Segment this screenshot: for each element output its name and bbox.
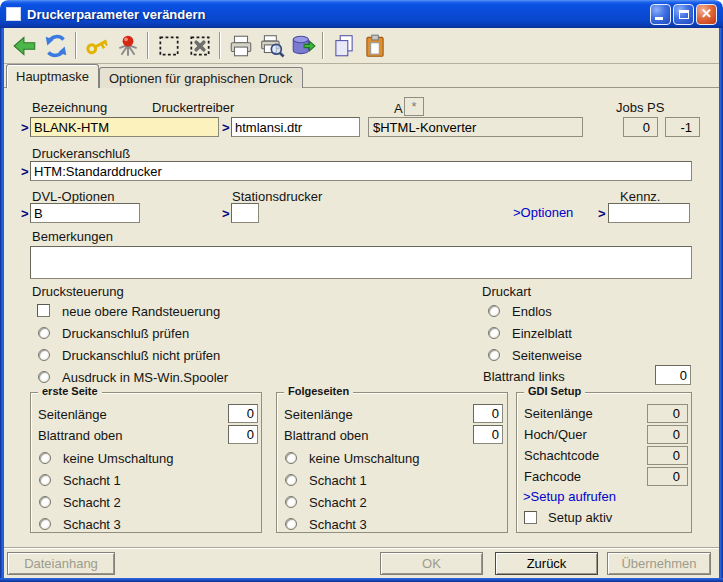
endlos-radio[interactable] xyxy=(488,305,500,317)
tab-label: Hauptmaske xyxy=(16,69,89,84)
druckart-title: Druckart xyxy=(482,284,531,299)
folgeseiten-seitenlaenge-label: Seitenlänge xyxy=(284,407,353,422)
tab-hauptmaske[interactable]: Hauptmaske xyxy=(6,64,99,88)
gdi-hoch-quer-field: 0 xyxy=(647,425,688,444)
clear-selection-icon[interactable] xyxy=(184,31,215,61)
field-prefix: > xyxy=(21,164,29,179)
folgeseiten-schacht-2-label: Schacht 2 xyxy=(309,495,367,510)
folgeseiten-keine-umschaltung-radio[interactable] xyxy=(285,452,297,464)
gdi-hoch-quer-label: Hoch/Quer xyxy=(524,427,587,442)
setup-aktiv-checkbox[interactable] xyxy=(524,511,537,524)
blattrand-links-input[interactable] xyxy=(655,365,691,385)
folgeseiten-schacht-3-label: Schacht 3 xyxy=(309,517,367,532)
field-prefix: > xyxy=(21,120,29,135)
bezeichnung-label: Bezeichnung xyxy=(32,100,107,115)
erste-seite-schacht-3-radio[interactable] xyxy=(39,518,51,530)
selection-icon[interactable] xyxy=(153,31,184,61)
erste-seite-schacht-3-label: Schacht 3 xyxy=(63,517,121,532)
field-prefix: > xyxy=(21,206,29,221)
konverter-field: $HTML-Konverter xyxy=(368,117,583,137)
close-button[interactable]: ✕ xyxy=(696,4,717,25)
druckanschluss-nicht-pruefen-label: Druckanschluß nicht prüfen xyxy=(62,348,220,363)
copy-icon[interactable] xyxy=(328,31,359,61)
folgeseiten-blattrand-oben-input[interactable] xyxy=(473,425,503,444)
folgeseiten-schacht-3-radio[interactable] xyxy=(285,518,297,530)
erste-seite-blattrand-oben-label: Blattrand oben xyxy=(38,428,123,443)
druckanschluss-pruefen-radio[interactable] xyxy=(38,327,50,339)
optionen-link[interactable]: >Optionen xyxy=(513,205,573,220)
jobs-field: 0 xyxy=(623,117,658,137)
druckeranschluss-input[interactable] xyxy=(30,161,692,181)
erste-seite-schacht-1-radio[interactable] xyxy=(39,474,51,486)
kennz-input[interactable] xyxy=(608,203,690,223)
field-prefix: > xyxy=(222,120,230,135)
paste-icon[interactable] xyxy=(359,31,390,61)
tab-optionen-graphischer-druck[interactable]: Optionen für graphischen Druck xyxy=(99,67,303,88)
maximize-button[interactable] xyxy=(673,4,694,25)
neue-obere-randsteuerung-label: neue obere Randsteuerung xyxy=(62,304,220,319)
einzelblatt-label: Einzelblatt xyxy=(512,326,572,341)
erste-seite-keine-umschaltung-radio[interactable] xyxy=(39,452,51,464)
print-icon[interactable] xyxy=(225,31,256,61)
setup-aufrufen-link[interactable]: >Setup aufrufen xyxy=(523,489,616,504)
folgeseiten-schacht-2-radio[interactable] xyxy=(285,496,297,508)
folgeseiten-seitenlaenge-input[interactable] xyxy=(473,404,503,423)
gdi-fachcode-field: 0 xyxy=(647,467,688,486)
bezeichnung-input[interactable] xyxy=(30,117,219,137)
bemerkungen-input[interactable] xyxy=(30,246,692,279)
window-icon xyxy=(6,7,21,21)
print-preview-icon[interactable] xyxy=(256,31,287,61)
field-prefix: > xyxy=(598,206,606,221)
folgeseiten-schacht-1-label: Schacht 1 xyxy=(309,473,367,488)
druckanschluss-nicht-pruefen-radio[interactable] xyxy=(38,349,50,361)
dvl-optionen-input[interactable] xyxy=(30,203,140,223)
folgeseiten-title: Folgeseiten xyxy=(284,385,353,397)
ok-button[interactable]: OK xyxy=(380,552,483,575)
neue-obere-randsteuerung-checkbox[interactable] xyxy=(37,304,50,317)
gdi-fachcode-label: Fachcode xyxy=(524,469,581,484)
refresh-icon[interactable] xyxy=(40,31,71,61)
minimize-icon xyxy=(655,17,663,20)
setup-aktiv-label: Setup aktiv xyxy=(548,510,612,525)
zurueck-button[interactable]: Zurück xyxy=(495,552,598,575)
erste-seite-seitenlaenge-input[interactable] xyxy=(228,404,258,423)
erste-seite-title: erste Seite xyxy=(38,385,102,397)
ausdruck-ms-win-spooler-radio[interactable] xyxy=(38,371,50,383)
maximize-icon xyxy=(679,10,689,19)
footer-separator xyxy=(4,547,719,549)
back-icon[interactable] xyxy=(9,31,40,61)
export-icon[interactable] xyxy=(287,31,318,61)
stationsdrucker-label: Stationsdrucker xyxy=(232,189,322,204)
dvl-optionen-label: DVL-Optionen xyxy=(32,189,114,204)
gdi-schachtcode-label: Schachtcode xyxy=(524,448,599,463)
stationsdrucker-input[interactable] xyxy=(231,203,259,223)
dialog-window: Druckerparameter verändern ✕ xyxy=(0,0,723,582)
dateianhang-button[interactable]: Dateianhang xyxy=(7,552,115,575)
pin-icon[interactable] xyxy=(112,31,143,61)
folgeseiten-blattrand-oben-label: Blattrand oben xyxy=(284,428,369,443)
seitenweise-radio[interactable] xyxy=(488,349,500,361)
einzelblatt-radio[interactable] xyxy=(488,327,500,339)
gdi-setup-title: GDI Setup xyxy=(524,385,585,397)
a-flag-field: * xyxy=(404,97,424,116)
jobs-ps-label: Jobs PS xyxy=(616,100,664,115)
field-prefix: > xyxy=(222,206,230,221)
folgeseiten-schacht-1-radio[interactable] xyxy=(285,474,297,486)
tab-bar: Hauptmaske Optionen für graphischen Druc… xyxy=(4,64,719,88)
drucksteuerung-title: Drucksteuerung xyxy=(32,284,124,299)
toolbar xyxy=(4,28,719,64)
a-label: A xyxy=(394,101,403,116)
title-bar: Druckerparameter verändern ✕ xyxy=(0,0,723,28)
druckertreiber-input[interactable] xyxy=(231,117,360,137)
ausdruck-ms-win-spooler-label: Ausdruck in MS-Win.Spooler xyxy=(62,370,228,385)
minimize-button[interactable] xyxy=(650,4,671,25)
erste-seite-keine-umschaltung-label: keine Umschaltung xyxy=(63,451,174,466)
gdi-seitenlaenge-field: 0 xyxy=(647,404,688,423)
key-icon[interactable] xyxy=(81,31,112,61)
erste-seite-seitenlaenge-label: Seitenlänge xyxy=(38,407,107,422)
erste-seite-blattrand-oben-input[interactable] xyxy=(228,425,258,444)
uebernehmen-button[interactable]: Übernehmen xyxy=(607,552,711,575)
erste-seite-schacht-2-radio[interactable] xyxy=(39,496,51,508)
erste-seite-schacht-1-label: Schacht 1 xyxy=(63,473,121,488)
druckertreiber-label: Druckertreiber xyxy=(152,100,234,115)
